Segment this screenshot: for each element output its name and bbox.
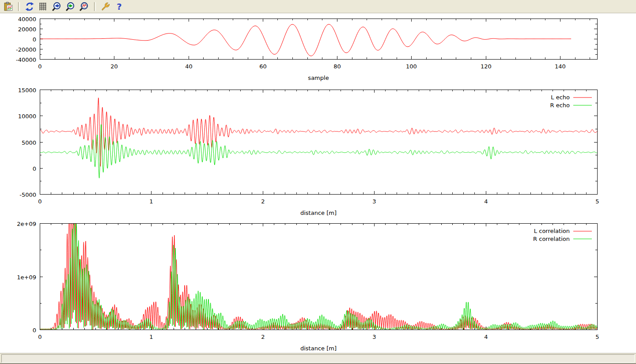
zoom-autoscale-button[interactable]	[79, 1, 90, 12]
plot-canvas[interactable]: 020406080100120140-40000-200000200004000…	[0, 14, 636, 353]
x-tick-label: 4	[484, 334, 488, 340]
y-tick-label: -20000	[16, 46, 36, 53]
toolbar-separator	[94, 2, 96, 11]
x-tick-label: 0	[38, 334, 42, 340]
gnuplot-window: ? 020406080100120140-40000-2000002000040…	[0, 0, 636, 364]
toggle-grid-button[interactable]	[38, 1, 49, 12]
y-tick-label: 5000	[22, 139, 36, 146]
plot-frame	[40, 90, 598, 195]
x-tick-label: 0	[38, 198, 42, 205]
x-axis-label: sample	[308, 75, 329, 81]
magnifier-left-arrow-icon	[52, 2, 62, 11]
plot-frame	[40, 224, 598, 330]
y-tick-label: 0	[33, 327, 36, 334]
x-tick-label: 20	[110, 63, 118, 70]
toolbar-separator	[18, 2, 20, 11]
x-tick-label: 5	[595, 334, 599, 340]
signal-plot: 020406080100120140-40000-200000200004000…	[16, 16, 598, 82]
zoom-previous-button[interactable]	[51, 1, 63, 12]
x-tick-label: 0	[38, 63, 42, 70]
series-R echo	[40, 124, 597, 178]
echo-plot: 012345-5000050001000015000distance [m]L …	[18, 87, 599, 217]
help-button[interactable]: ?	[114, 1, 125, 12]
x-tick-label: 1	[149, 198, 153, 205]
wrench-icon	[101, 2, 110, 11]
x-tick-label: 2	[261, 198, 265, 205]
y-tick-label: 40000	[18, 16, 36, 23]
x-tick-label: 5	[595, 198, 599, 205]
question-mark-icon: ?	[114, 2, 124, 11]
x-tick-label: 3	[372, 334, 376, 340]
status-bar	[0, 353, 636, 364]
x-tick-label: 40	[185, 63, 193, 70]
status-message	[1, 354, 635, 363]
charts-svg: 020406080100120140-40000-200000200004000…	[0, 14, 636, 353]
zoom-next-button[interactable]	[65, 1, 76, 12]
series-R correlation	[40, 223, 597, 330]
svg-text:?: ?	[117, 2, 121, 11]
grid-icon	[38, 2, 48, 11]
x-tick-label: 60	[259, 63, 267, 70]
legend-label: R correlation	[533, 236, 570, 242]
plot-frame	[40, 19, 598, 60]
x-tick-label: 1	[149, 334, 153, 340]
y-tick-label: -5000	[19, 191, 36, 198]
toolbar: ?	[0, 0, 636, 13]
x-tick-label: 3	[372, 198, 376, 205]
magnifier-plot-icon	[80, 2, 89, 11]
y-tick-label: 10000	[18, 113, 36, 120]
copy-to-clipboard-button[interactable]	[3, 1, 14, 12]
correlation-plot: 01234501e+092e+09distance [m]L correlati…	[17, 221, 599, 352]
series-L correlation	[40, 223, 597, 330]
configure-button[interactable]	[100, 1, 111, 12]
series-signal-plot	[40, 24, 571, 56]
magnifier-right-arrow-icon	[66, 2, 76, 11]
x-tick-label: 120	[481, 63, 492, 70]
legend-label: R echo	[550, 102, 570, 109]
x-tick-label: 2	[261, 334, 265, 340]
x-tick-label: 80	[333, 63, 341, 70]
y-tick-label: -40000	[16, 56, 36, 63]
x-tick-label: 4	[484, 198, 488, 205]
x-tick-label: 100	[406, 63, 417, 70]
refresh-icon	[25, 2, 34, 11]
y-tick-label: 0	[33, 165, 36, 172]
y-tick-label: 2e+09	[17, 221, 36, 227]
x-axis-label: distance [m]	[300, 210, 337, 216]
legend-label: L correlation	[534, 228, 570, 234]
y-tick-label: 0	[33, 36, 36, 43]
x-axis-label: distance [m]	[300, 345, 337, 352]
replot-button[interactable]	[24, 1, 35, 12]
y-tick-label: 1e+09	[17, 274, 36, 281]
legend-label: L echo	[551, 94, 570, 101]
clipboard-chart-icon	[4, 2, 13, 11]
y-tick-label: 15000	[18, 87, 36, 94]
y-tick-label: 20000	[18, 26, 36, 33]
x-tick-label: 140	[555, 63, 566, 70]
